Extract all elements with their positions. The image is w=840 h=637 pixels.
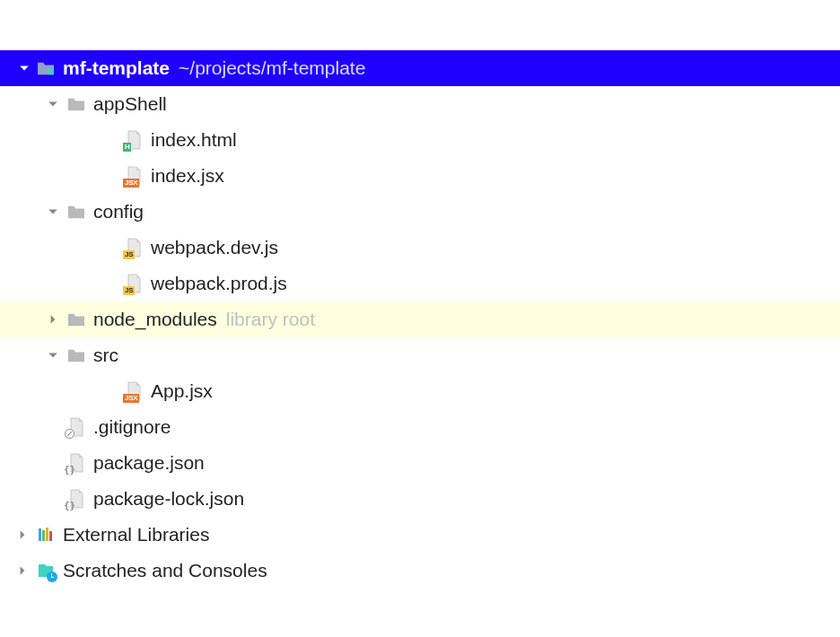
- tree-row-app-jsx[interactable]: JSX App.jsx: [0, 373, 840, 409]
- chevron-right-icon[interactable]: [15, 528, 30, 542]
- file-label: package-lock.json: [93, 488, 244, 510]
- folder-icon: [66, 310, 86, 329]
- folder-icon: [66, 94, 86, 114]
- file-label: webpack.dev.js: [151, 237, 278, 258]
- project-tree: mf-template ~/projects/mf-template appSh…: [0, 0, 840, 589]
- tree-row-webpack-dev[interactable]: JS webpack.dev.js: [0, 230, 840, 266]
- root-path: ~/projects/mf-template: [179, 57, 365, 79]
- js-file-icon: JS: [124, 237, 144, 258]
- json-file-icon: {}: [66, 452, 86, 474]
- svg-rect-0: [48, 70, 53, 74]
- svg-rect-1: [39, 528, 41, 541]
- folder-icon: [66, 202, 86, 222]
- chevron-right-icon[interactable]: [46, 312, 60, 327]
- tree-row-index-html[interactable]: H index.html: [0, 122, 840, 158]
- file-label: .gitignore: [93, 416, 171, 438]
- svg-rect-3: [46, 528, 48, 541]
- root-name: mf-template: [63, 57, 170, 79]
- folder-label: appShell: [93, 93, 167, 115]
- scratches-label: Scratches and Consoles: [63, 560, 267, 581]
- tree-row-index-jsx[interactable]: JSX index.jsx: [0, 158, 840, 194]
- folder-label: config: [93, 201, 144, 223]
- folder-label: node_modules: [93, 309, 217, 330]
- external-libraries-label: External Libraries: [63, 524, 209, 545]
- tree-row-package-lock[interactable]: {} package-lock.json: [0, 481, 840, 517]
- tree-row-src[interactable]: src: [0, 337, 840, 373]
- tree-row-webpack-prod[interactable]: JS webpack.prod.js: [0, 266, 840, 301]
- scratches-icon: [36, 561, 56, 580]
- project-folder-icon: [36, 58, 56, 78]
- chevron-down-icon[interactable]: [46, 97, 60, 111]
- tree-row-config[interactable]: config: [0, 194, 840, 230]
- external-libraries-icon: [36, 525, 56, 545]
- folder-icon: [66, 345, 86, 365]
- tree-row-appshell[interactable]: appShell: [0, 86, 840, 122]
- json-file-icon: {}: [66, 488, 86, 510]
- chevron-down-icon[interactable]: [17, 61, 31, 75]
- svg-rect-4: [49, 531, 52, 541]
- file-label: webpack.prod.js: [151, 273, 287, 294]
- chevron-down-icon[interactable]: [46, 348, 60, 362]
- chevron-right-icon[interactable]: [15, 563, 30, 578]
- tree-row-gitignore[interactable]: .gitignore: [0, 409, 840, 445]
- tree-row-external-libraries[interactable]: External Libraries: [0, 517, 840, 553]
- tree-row-scratches[interactable]: Scratches and Consoles: [0, 553, 840, 589]
- tree-row-node-modules[interactable]: node_modules library root: [0, 301, 840, 337]
- jsx-file-icon: JSX: [124, 165, 144, 187]
- file-label: package.json: [93, 452, 205, 474]
- file-label: App.jsx: [151, 380, 213, 402]
- js-file-icon: JS: [124, 273, 144, 294]
- gitignore-file-icon: [66, 416, 86, 438]
- folder-label: src: [93, 345, 118, 366]
- file-label: index.jsx: [151, 165, 224, 187]
- svg-rect-2: [42, 530, 45, 541]
- jsx-file-icon: JSX: [124, 380, 144, 402]
- file-label: index.html: [151, 129, 237, 151]
- tree-row-root[interactable]: mf-template ~/projects/mf-template: [0, 50, 840, 86]
- library-root-hint: library root: [226, 309, 315, 330]
- tree-row-package-json[interactable]: {} package.json: [0, 445, 840, 481]
- chevron-down-icon[interactable]: [46, 205, 60, 219]
- html-file-icon: H: [124, 129, 144, 151]
